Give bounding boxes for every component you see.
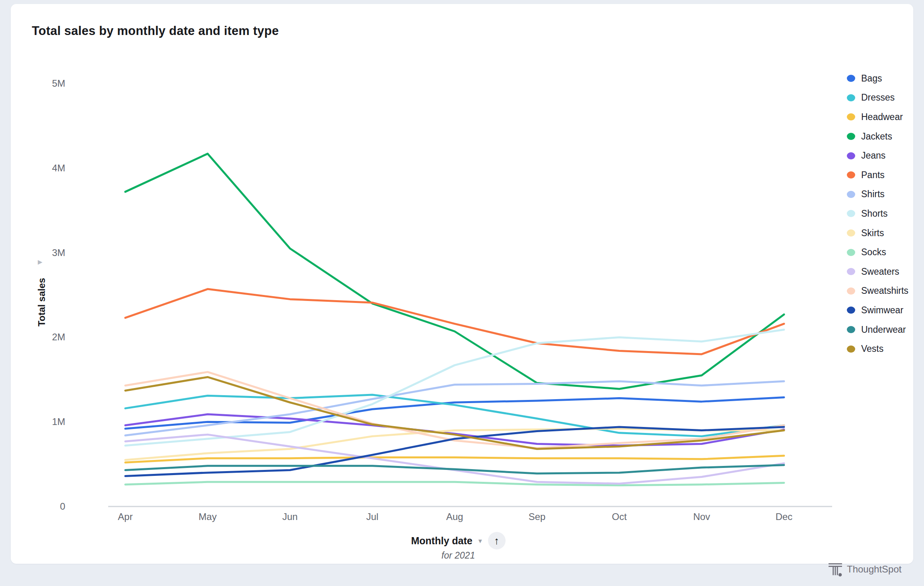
legend-label: Vests [861,343,883,354]
legend-item-dresses[interactable]: Dresses [847,88,908,108]
legend-item-shirts[interactable]: Shirts [847,185,908,204]
series-line-headwear[interactable] [125,456,784,462]
legend-item-bags[interactable]: Bags [847,69,908,88]
legend-item-shorts[interactable]: Shorts [847,204,908,223]
y-tick-5M: 5M [29,78,65,89]
legend-item-jackets[interactable]: Jackets [847,127,908,146]
y-tick-2M: 2M [29,332,65,343]
arrow-up-icon: ↑ [494,536,499,546]
legend-label: Socks [861,247,886,258]
legend-item-jeans[interactable]: Jeans [847,146,908,165]
legend-swatch-socks [847,249,855,256]
legend-label: Swimwear [861,305,903,316]
x-tick-aug: Aug [427,511,482,522]
legend-swatch-bags [847,75,855,82]
legend-item-underwear[interactable]: Underwear [847,320,908,340]
legend-item-sweatshirts[interactable]: Sweatshirts [847,281,908,301]
series-line-pants[interactable] [125,289,784,354]
legend-swatch-jeans [847,152,855,159]
x-tick-jun: Jun [262,511,318,522]
legend-swatch-headwear [847,113,855,120]
legend: BagsDressesHeadwearJacketsJeansPantsShir… [847,69,908,359]
chart-card: Total sales by monthly date and item typ… [11,4,913,564]
legend-item-swimwear[interactable]: Swimwear [847,301,908,320]
legend-item-headwear[interactable]: Headwear [847,107,908,127]
series-line-socks[interactable] [125,482,784,485]
legend-swatch-shorts [847,210,855,217]
legend-label: Jeans [861,150,885,161]
x-tick-dec: Dec [756,511,812,522]
legend-label: Jackets [861,131,892,142]
y-tick-0: 0 [29,501,65,512]
legend-label: Shirts [861,189,885,200]
x-tick-jul: Jul [344,511,400,522]
y-tick-1M: 1M [29,416,65,427]
legend-item-socks[interactable]: Socks [847,243,908,262]
x-tick-may: May [180,511,235,522]
x-tick-oct: Oct [591,511,647,522]
legend-label: Pants [861,170,885,180]
x-tick-apr: Apr [97,511,153,522]
legend-item-skirts[interactable]: Skirts [847,223,908,243]
legend-swatch-pants [847,171,855,179]
legend-label: Shorts [861,208,887,219]
legend-swatch-skirts [847,229,855,237]
x-tick-sep: Sep [509,511,565,522]
series-line-shirts[interactable] [125,381,784,435]
y-tick-4M: 4M [29,163,65,174]
line-chart-plot [11,4,924,586]
x-axis-title[interactable]: Monthly date [411,535,472,547]
legend-label: Dresses [861,92,895,103]
x-tick-nov: Nov [674,511,729,522]
legend-label: Skirts [861,228,884,239]
thoughtspot-logo-icon [828,562,842,577]
chevron-down-icon[interactable]: ▼ [477,537,483,544]
legend-swatch-underwear [847,326,855,333]
thoughtspot-brand: ThoughtSpot [828,561,901,578]
legend-label: Sweatshirts [861,285,908,296]
legend-label: Underwear [861,324,906,335]
legend-label: Headwear [861,112,903,122]
legend-item-vests[interactable]: Vests [847,339,908,359]
legend-label: Bags [861,73,882,84]
sort-direction-button[interactable]: ↑ [488,532,506,549]
legend-swatch-sweatshirts [847,287,855,295]
legend-swatch-swimwear [847,307,855,314]
legend-swatch-dresses [847,94,855,101]
legend-label: Sweaters [861,266,899,277]
series-line-shorts[interactable] [125,330,784,446]
y-tick-3M: 3M [29,247,65,258]
legend-swatch-jackets [847,133,855,140]
x-axis-subtitle: for 2021 [379,550,538,561]
legend-item-sweaters[interactable]: Sweaters [847,262,908,281]
x-axis-title-group: Monthly date ▼ ↑ [379,532,538,549]
legend-swatch-vests [847,345,855,353]
legend-item-pants[interactable]: Pants [847,165,908,185]
legend-swatch-sweaters [847,268,855,275]
legend-swatch-shirts [847,191,855,198]
thoughtspot-brand-text: ThoughtSpot [847,564,901,575]
